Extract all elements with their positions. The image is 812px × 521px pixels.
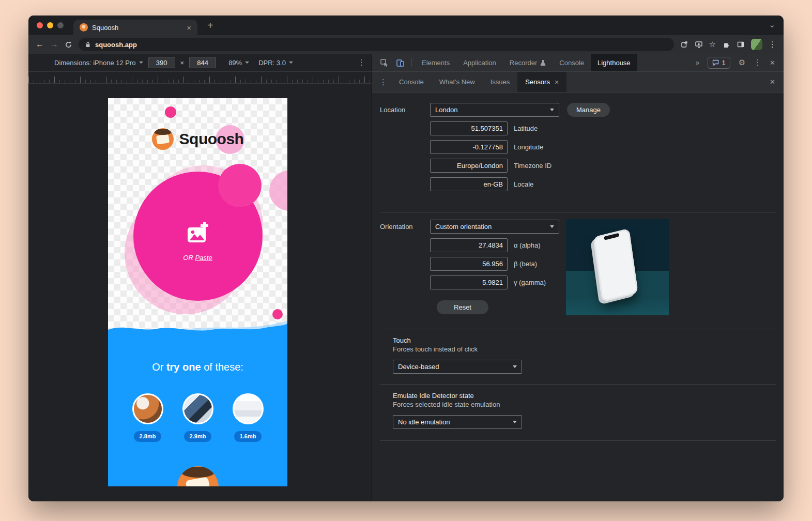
drawer-menu-icon[interactable]: ⋮ bbox=[375, 78, 391, 87]
device-dimensions-select[interactable]: Dimensions: iPhone 12 Pro bbox=[54, 59, 143, 67]
idle-select[interactable]: No idle emulation bbox=[393, 415, 522, 429]
window-zoom-button[interactable] bbox=[57, 22, 64, 28]
url-text: squoosh.app bbox=[95, 41, 137, 49]
squoosh-logo: Squoosh bbox=[108, 128, 287, 150]
beta-input[interactable] bbox=[430, 257, 508, 271]
orientation-select[interactable]: Custom orientation bbox=[430, 220, 559, 234]
locale-row: Locale bbox=[430, 177, 776, 191]
reload-icon[interactable] bbox=[65, 41, 72, 49]
tab-elements[interactable]: Elements bbox=[415, 54, 456, 71]
reset-button[interactable]: Reset bbox=[437, 300, 488, 314]
timezone-label: Timezone ID bbox=[514, 162, 551, 170]
tab-label: Recorder bbox=[510, 59, 537, 67]
forward-icon[interactable]: → bbox=[50, 40, 58, 49]
window-minimize-button[interactable] bbox=[47, 22, 53, 28]
more-tabs-icon[interactable]: » bbox=[692, 58, 704, 67]
tab-recorder[interactable]: Recorder bbox=[503, 54, 553, 71]
dpr-select[interactable]: DPR: 3.0 bbox=[258, 59, 293, 67]
locale-label: Locale bbox=[514, 180, 533, 188]
browser-tab-squoosh[interactable]: Squoosh × bbox=[73, 20, 197, 35]
alpha-input[interactable] bbox=[430, 238, 508, 252]
drawer-tab-whats-new[interactable]: What's New bbox=[432, 72, 483, 92]
device-toolbar-toggle-icon[interactable] bbox=[392, 58, 408, 67]
add-image-icon[interactable] bbox=[186, 221, 210, 246]
sample-images: 2.8mb 2.9mb 1.6mb bbox=[108, 393, 287, 442]
beta-label: β (beta) bbox=[514, 260, 537, 268]
alpha-label: α (alpha) bbox=[514, 241, 541, 249]
tab-console[interactable]: Console bbox=[553, 54, 591, 71]
manage-button[interactable]: Manage bbox=[567, 103, 610, 117]
timezone-row: Timezone ID bbox=[430, 159, 776, 173]
tab-title: Squoosh bbox=[92, 24, 118, 32]
device-toolbar-menu-icon[interactable]: ⋮ bbox=[358, 58, 365, 67]
latitude-input[interactable] bbox=[430, 121, 508, 135]
squoosh-logo-icon bbox=[152, 128, 174, 150]
drawer-tab-sensors[interactable]: Sensors × bbox=[517, 72, 566, 92]
locale-input[interactable] bbox=[430, 177, 508, 191]
tab-close-icon[interactable]: × bbox=[187, 24, 191, 32]
divider bbox=[380, 212, 776, 212]
try-pre: Or bbox=[152, 361, 163, 373]
squoosh-wordmark: Squoosh bbox=[179, 130, 244, 148]
paste-link[interactable]: Paste bbox=[195, 254, 212, 262]
browser-menu-icon[interactable]: ⋮ bbox=[769, 40, 776, 49]
install-app-icon[interactable] bbox=[695, 40, 703, 49]
tab-label: Issues bbox=[491, 78, 510, 86]
extensions-puzzle-icon[interactable] bbox=[722, 40, 730, 49]
try-post: of these: bbox=[204, 361, 243, 373]
tab-search-chevron-icon[interactable]: ⌄ bbox=[769, 20, 775, 29]
touch-title: Touch bbox=[393, 336, 776, 345]
touch-description: Forces touch instead of click bbox=[393, 345, 776, 354]
settings-gear-icon[interactable]: ⚙ bbox=[734, 58, 749, 67]
sample-photo-phone[interactable] bbox=[233, 393, 264, 424]
dpr-value: DPR: 3.0 bbox=[258, 59, 286, 67]
devtools-tabbar: Elements Application Recorder Console Li… bbox=[372, 54, 784, 72]
omnibox[interactable]: squoosh.app bbox=[79, 38, 674, 51]
open-in-new-icon[interactable] bbox=[680, 40, 688, 49]
sample-size-badge: 2.8mb bbox=[134, 431, 162, 442]
inspect-icon[interactable] bbox=[376, 58, 392, 67]
sample-photo-panda[interactable] bbox=[132, 393, 163, 424]
zoom-select[interactable]: 89% bbox=[228, 59, 249, 67]
timezone-input[interactable] bbox=[430, 159, 508, 173]
bookmark-star-icon[interactable]: ☆ bbox=[709, 40, 716, 49]
touch-select[interactable]: Device-based bbox=[393, 360, 522, 374]
tab-application[interactable]: Application bbox=[456, 54, 503, 71]
sample-item[interactable]: 1.6mb bbox=[233, 393, 264, 442]
touch-select-value: Device-based bbox=[398, 363, 439, 371]
tab-label: Sensors bbox=[525, 78, 550, 86]
issues-counter[interactable]: 1 bbox=[708, 57, 730, 69]
pink-dot-decoration bbox=[165, 106, 176, 118]
location-select[interactable]: London bbox=[430, 103, 559, 117]
sensors-panel: Location London Manage Latitude Longitud… bbox=[372, 93, 784, 501]
profile-avatar[interactable] bbox=[751, 39, 762, 50]
device-height-input[interactable] bbox=[189, 57, 216, 68]
idle-select-value: No idle emulation bbox=[398, 418, 450, 426]
tab-label: Application bbox=[463, 59, 496, 67]
gamma-label: γ (gamma) bbox=[514, 279, 546, 286]
drawer-tab-console[interactable]: Console bbox=[391, 72, 432, 92]
sample-item[interactable]: 2.9mb bbox=[182, 393, 213, 442]
zoom-value: 89% bbox=[228, 59, 242, 67]
gamma-input[interactable] bbox=[430, 275, 508, 289]
devtools-close-icon[interactable]: ✕ bbox=[765, 59, 779, 67]
side-panel-icon[interactable] bbox=[737, 40, 745, 49]
sample-photo-person[interactable] bbox=[182, 393, 213, 424]
tab-lighthouse[interactable]: Lighthouse bbox=[591, 54, 637, 71]
location-select-value: London bbox=[435, 106, 457, 114]
squoosh-favicon-icon bbox=[80, 23, 88, 32]
drawer-close-icon[interactable]: ✕ bbox=[764, 78, 780, 86]
sample-item[interactable]: 2.8mb bbox=[132, 393, 163, 442]
longitude-input[interactable] bbox=[430, 140, 508, 154]
new-tab-button[interactable]: + bbox=[207, 19, 213, 32]
orientation-preview[interactable] bbox=[566, 219, 669, 315]
tab-label: Console bbox=[559, 59, 584, 67]
try-bold: try one bbox=[166, 361, 201, 373]
address-bar: ← → squoosh.app ☆ ⋮ bbox=[28, 35, 784, 54]
back-icon[interactable]: ← bbox=[36, 40, 44, 49]
drawer-tab-issues[interactable]: Issues bbox=[483, 72, 518, 92]
devtools-menu-icon[interactable]: ⋮ bbox=[749, 58, 765, 67]
window-close-button[interactable] bbox=[37, 22, 43, 28]
sensors-tab-close-icon[interactable]: × bbox=[555, 78, 559, 86]
device-width-input[interactable] bbox=[148, 57, 175, 68]
